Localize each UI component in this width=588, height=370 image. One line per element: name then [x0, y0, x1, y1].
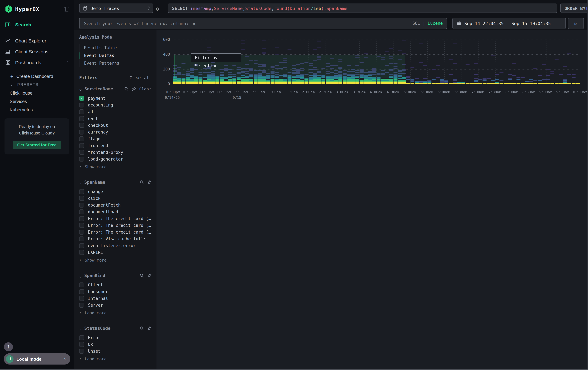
clear-filter-button[interactable]: Clear: [139, 86, 151, 91]
checkbox-unchecked[interactable]: [79, 230, 84, 235]
filter-option[interactable]: ad: [79, 109, 151, 115]
checkbox-unchecked[interactable]: [79, 136, 84, 141]
search-icon[interactable]: [140, 326, 144, 330]
search-icon[interactable]: [140, 180, 144, 184]
analysis-mode-event-deltas[interactable]: Event Deltas: [80, 52, 151, 60]
checkbox-unchecked[interactable]: [79, 157, 84, 161]
help-button[interactable]: ?: [4, 342, 13, 351]
sidebar-preset-services[interactable]: Services: [0, 97, 74, 106]
checkbox-unchecked[interactable]: [79, 143, 84, 148]
search-icon[interactable]: [125, 87, 129, 91]
chevron-up-icon[interactable]: ⌃: [66, 60, 69, 65]
get-started-button[interactable]: Get Started for Free: [13, 141, 61, 149]
checkbox-unchecked[interactable]: [79, 103, 84, 108]
presets-section-toggle[interactable]: ⌄ PRESETS: [0, 80, 74, 89]
run-query-button[interactable]: ▷: [568, 18, 584, 29]
pin-icon[interactable]: [147, 326, 151, 330]
checkbox-unchecked[interactable]: [79, 123, 84, 128]
chevron-down-icon[interactable]: ⌄: [79, 180, 82, 185]
create-dashboard-button[interactable]: + Create Dashboard: [0, 72, 74, 80]
clear-all-button[interactable]: Clear all: [130, 75, 151, 80]
show-more-link[interactable]: ›Load more: [79, 355, 151, 362]
filter-section-name[interactable]: SpanName: [84, 180, 136, 185]
lucene-toggle[interactable]: Lucene: [428, 21, 443, 26]
filter-option[interactable]: accounting: [79, 102, 151, 109]
time-range-picker[interactable]: Sep 14 22:04:35 - Sep 15 10:04:35: [452, 18, 566, 29]
checkbox-unchecked[interactable]: [79, 223, 84, 228]
sidebar-item-client-sessions[interactable]: Client Sessions: [0, 46, 74, 57]
filter-option[interactable]: documentFetch: [79, 202, 151, 209]
filter-option[interactable]: load-generator: [79, 156, 151, 162]
sidebar-preset-clickhouse[interactable]: ClickHouse: [0, 89, 74, 97]
checkbox-unchecked[interactable]: [79, 289, 84, 294]
chevron-down-icon[interactable]: ⌄: [79, 326, 82, 330]
filter-section-name[interactable]: SpanKind: [84, 273, 136, 278]
filter-option[interactable]: Ok: [79, 341, 151, 348]
filter-option[interactable]: documentLoad: [79, 209, 151, 215]
sidebar-preset-kubernetes[interactable]: Kubernetes: [0, 106, 74, 114]
checkbox-unchecked[interactable]: [79, 196, 84, 201]
checkbox-unchecked[interactable]: [79, 130, 84, 134]
filter-option[interactable]: Error: The credit card (…: [79, 215, 151, 222]
checkbox-unchecked[interactable]: [79, 250, 84, 255]
filter-option[interactable]: checkout: [79, 122, 151, 129]
checkbox-unchecked[interactable]: [79, 189, 84, 194]
filter-option[interactable]: Error: Visa cache full: …: [79, 236, 151, 242]
filter-option[interactable]: change: [79, 188, 151, 195]
filter-option[interactable]: currency: [79, 129, 151, 135]
checkbox-unchecked[interactable]: [79, 335, 84, 340]
checkbox-unchecked[interactable]: [79, 303, 84, 308]
checkbox-unchecked[interactable]: [79, 243, 84, 248]
horizontal-scrollbar[interactable]: [0, 369, 588, 370]
filter-section-name[interactable]: StatusCode: [84, 326, 136, 331]
filter-option[interactable]: ✓payment: [79, 95, 151, 102]
checkbox-unchecked[interactable]: [79, 349, 84, 354]
filter-option[interactable]: eventListener.error: [79, 242, 151, 249]
duration-heatmap-plot[interactable]: Filter by Selection: [173, 40, 580, 84]
filter-option[interactable]: Consumer: [79, 288, 151, 295]
checkbox-checked[interactable]: ✓: [79, 96, 84, 101]
sidebar-item-chart-explorer[interactable]: Chart Explorer: [0, 35, 74, 46]
checkbox-unchecked[interactable]: [79, 116, 84, 121]
filter-option[interactable]: Client: [79, 281, 151, 288]
filter-section-name[interactable]: ServiceName: [84, 86, 121, 91]
filter-option[interactable]: click: [79, 195, 151, 202]
filter-option[interactable]: EXPIRE: [79, 249, 151, 256]
filter-option[interactable]: Error: The credit card (…: [79, 222, 151, 229]
checkbox-unchecked[interactable]: [79, 210, 84, 214]
filter-option[interactable]: cart: [79, 115, 151, 122]
search-icon[interactable]: [140, 273, 144, 278]
filter-option[interactable]: Unset: [79, 348, 151, 355]
chevron-down-icon[interactable]: ⌄: [79, 86, 82, 91]
filter-option[interactable]: Server: [79, 302, 151, 309]
sql-select-input[interactable]: SELECT Timestamp, ServiceName, StatusCod…: [168, 4, 557, 13]
chevron-down-icon[interactable]: ⌄: [79, 273, 82, 278]
analysis-mode-event-patterns[interactable]: Event Patterns: [80, 60, 151, 67]
search-input[interactable]: [84, 20, 412, 26]
checkbox-unchecked[interactable]: [79, 110, 84, 114]
checkbox-unchecked[interactable]: [79, 150, 84, 155]
order-by-input[interactable]: ORDER BY Timestamp DESC: [560, 4, 588, 13]
checkbox-unchecked[interactable]: [79, 203, 84, 208]
filter-option[interactable]: Internal: [79, 295, 151, 302]
gear-icon[interactable]: ⚙: [156, 6, 159, 12]
collapse-sidebar-icon[interactable]: [64, 7, 69, 11]
pin-icon[interactable]: [147, 180, 151, 184]
sql-toggle[interactable]: SQL: [412, 21, 420, 26]
checkbox-unchecked[interactable]: [79, 216, 84, 221]
filter-option[interactable]: flagd: [79, 135, 151, 142]
filter-by-selection-button[interactable]: Filter by Selection: [191, 53, 241, 62]
filter-option[interactable]: Error: [79, 334, 151, 341]
show-more-link[interactable]: ›Show more: [79, 163, 151, 170]
checkbox-unchecked[interactable]: [79, 296, 84, 301]
pin-icon[interactable]: [147, 273, 151, 278]
filter-option[interactable]: Error: The credit card (…: [79, 229, 151, 236]
local-mode-button[interactable]: U Local mode ›: [4, 353, 70, 365]
sidebar-item-search[interactable]: Search: [0, 18, 74, 31]
pin-icon[interactable]: [132, 87, 136, 91]
sidebar-item-dashboards[interactable]: Dashboards ⌃: [0, 57, 74, 68]
show-more-link[interactable]: ›Load more: [79, 309, 151, 316]
data-source-select[interactable]: Demo Traces: [79, 4, 153, 13]
filter-option[interactable]: frontend-proxy: [79, 149, 151, 156]
checkbox-unchecked[interactable]: [79, 342, 84, 347]
